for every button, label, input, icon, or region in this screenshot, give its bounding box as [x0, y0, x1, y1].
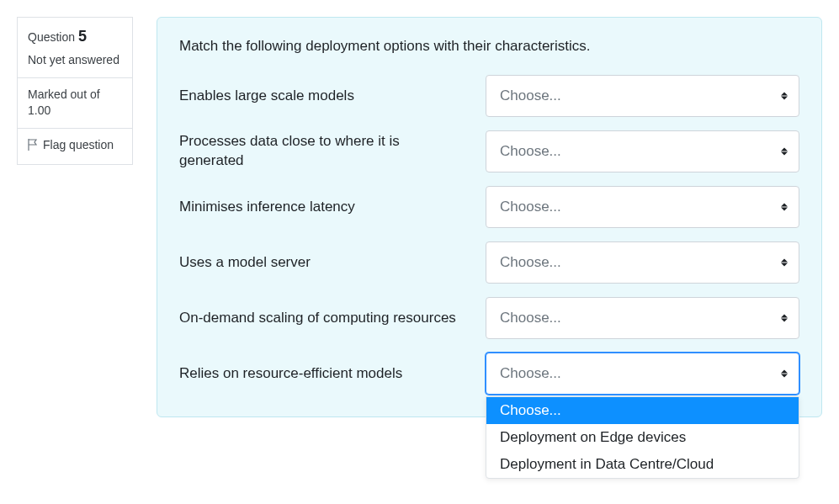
match-select-5[interactable]: Choose... [486, 353, 799, 395]
match-label-4: On-demand scaling of computing resources [179, 309, 465, 328]
select-value: Choose... [500, 254, 561, 271]
question-text: Match the following deployment options w… [179, 38, 799, 55]
updown-icon [781, 93, 788, 100]
match-row-4: On-demand scaling of computing resources… [179, 297, 799, 339]
select-wrap-1: Choose... [486, 130, 799, 172]
match-select-0[interactable]: Choose... [486, 75, 799, 117]
flag-label: Flag question [43, 137, 114, 154]
updown-icon [781, 148, 788, 156]
updown-icon [781, 259, 788, 267]
updown-icon [781, 204, 788, 211]
updown-icon [781, 370, 788, 378]
dropdown-option-2[interactable]: Deployment in Data Centre/Cloud [486, 451, 799, 478]
select-dropdown: Choose... Deployment on Edge devices Dep… [486, 396, 799, 479]
match-row-1: Processes data close to where it is gene… [179, 130, 799, 172]
updown-icon [781, 315, 788, 322]
select-value: Choose... [500, 310, 561, 326]
match-label-5: Relies on resource-efficient models [179, 364, 465, 384]
match-row-3: Uses a model server Choose... [179, 241, 799, 284]
select-value: Choose... [500, 199, 561, 215]
question-label: Question [28, 30, 75, 44]
match-select-2[interactable]: Choose... [486, 186, 799, 228]
match-label-2: Minimises inference latency [179, 198, 465, 217]
select-value: Choose... [500, 365, 561, 382]
select-value: Choose... [500, 143, 561, 160]
flag-icon [28, 139, 38, 156]
question-number-block: Question 5 Not yet answered [18, 18, 132, 77]
question-panel: Match the following deployment options w… [157, 17, 822, 417]
match-select-1[interactable]: Choose... [486, 130, 799, 172]
select-wrap-4: Choose... [486, 297, 799, 339]
question-info-card: Question 5 Not yet answered Marked out o… [17, 17, 133, 165]
dropdown-option-0[interactable]: Choose... [486, 397, 799, 424]
select-wrap-5: Choose... Choose... Deployment on Edge d… [486, 353, 799, 395]
match-row-5: Relies on resource-efficient models Choo… [179, 353, 799, 395]
match-label-3: Uses a model server [179, 253, 465, 273]
marked-out-label: Marked out of 1.00 [28, 88, 100, 118]
question-status: Not yet answered [28, 52, 122, 69]
match-label-1: Processes data close to where it is gene… [179, 132, 465, 171]
flag-question-button[interactable]: Flag question [18, 128, 132, 164]
match-label-0: Enables large scale models [179, 87, 465, 106]
dropdown-option-1[interactable]: Deployment on Edge devices [486, 424, 799, 451]
match-row-2: Minimises inference latency Choose... [179, 186, 799, 228]
select-wrap-2: Choose... [486, 186, 799, 228]
match-select-4[interactable]: Choose... [486, 297, 799, 339]
select-wrap-0: Choose... [486, 75, 799, 117]
select-wrap-3: Choose... [486, 241, 799, 284]
marked-block: Marked out of 1.00 [18, 77, 132, 128]
question-number: 5 [78, 28, 87, 45]
select-value: Choose... [500, 88, 561, 104]
match-row-0: Enables large scale models Choose... [179, 75, 799, 117]
match-select-3[interactable]: Choose... [486, 241, 799, 284]
